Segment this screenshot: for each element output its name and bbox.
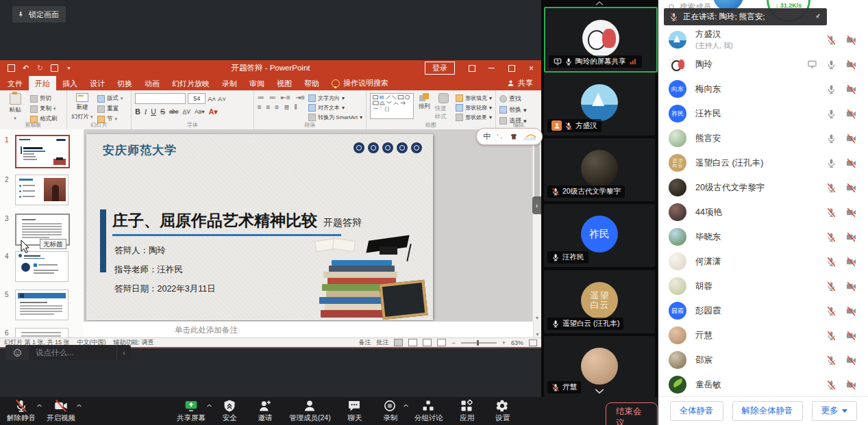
muted-mic-icon[interactable] xyxy=(826,35,836,45)
camera-off-icon[interactable] xyxy=(845,158,857,168)
close-button[interactable]: × xyxy=(521,60,541,76)
camera-off-icon[interactable] xyxy=(845,35,857,45)
replace-button[interactable]: 替换 ▾ xyxy=(499,105,527,114)
muted-mic-icon[interactable] xyxy=(826,183,836,193)
fit-slide-icon[interactable] xyxy=(529,339,537,346)
cut-button[interactable]: 剪切 xyxy=(30,94,58,103)
zoom-out-icon[interactable]: − xyxy=(451,339,455,346)
tab-设计[interactable]: 设计 xyxy=(84,76,111,90)
comments-toggle[interactable]: 批注 xyxy=(376,338,388,347)
participant-row[interactable]: 邵宸 xyxy=(658,348,868,372)
slide-scrollbar[interactable]: ▲ ▼ xyxy=(532,129,541,322)
participant-row[interactable]: 毕晓东 xyxy=(658,224,868,249)
ime-logo-icon[interactable] xyxy=(523,133,536,140)
tab-录制[interactable]: 录制 xyxy=(216,76,243,90)
participant-row[interactable]: 44项艳 xyxy=(658,200,868,224)
login-button[interactable]: 登录 xyxy=(425,62,455,75)
ime-punctuation-icon[interactable]: '， xyxy=(497,132,505,141)
ribbon-options-icon[interactable] xyxy=(462,60,482,76)
person-button[interactable]: 管理成员(24) xyxy=(289,399,331,423)
more-button[interactable]: 更多 xyxy=(812,401,857,421)
participant-row[interactable]: 祚民汪祚民 xyxy=(658,101,868,126)
unmute-all-button[interactable]: 解除全体静音 xyxy=(732,401,803,421)
participant-row[interactable]: 亓慧 xyxy=(658,323,868,348)
bullets-icon[interactable]: ≔ xyxy=(258,94,264,101)
participant-row[interactable]: 童岳敏 xyxy=(658,372,868,397)
muted-mic-icon[interactable] xyxy=(826,355,836,365)
chevron-up-icon[interactable] xyxy=(403,403,409,408)
muted-mic-icon[interactable] xyxy=(826,207,836,218)
minimize-button[interactable] xyxy=(482,60,501,76)
gear-button[interactable]: 设置 xyxy=(491,399,514,423)
tab-插入[interactable]: 插入 xyxy=(56,76,84,90)
video-tile-遥望白云 (汪孔丰)[interactable]: 遥望白云遥望白云 (汪孔丰) xyxy=(544,270,655,333)
participant-row[interactable]: 陶玲 xyxy=(658,52,868,77)
mic-icon[interactable] xyxy=(826,133,836,144)
camera-off-icon[interactable] xyxy=(845,84,857,94)
shapes-gallery[interactable]: 〜 ⌒ { } xyxy=(370,93,414,119)
video-tile-陶玲的屏幕共享[interactable]: 陶玲的屏幕共享 xyxy=(544,7,658,73)
mic-muted-button[interactable]: 解除静音 xyxy=(7,399,36,423)
slide-thumbnail-2[interactable] xyxy=(15,175,69,205)
bold-button[interactable]: B xyxy=(135,107,140,116)
chevron-up-icon[interactable] xyxy=(36,403,42,408)
clear-format-button[interactable]: abc xyxy=(169,108,179,115)
restore-button[interactable] xyxy=(501,60,521,76)
camera-off-icon[interactable] xyxy=(845,232,857,242)
layout-button[interactable]: 版式 ▾ xyxy=(97,94,123,103)
redo-icon[interactable]: ↻ xyxy=(36,64,45,73)
chat-button[interactable]: 聊天 xyxy=(343,399,367,423)
slideshow-preview-icon[interactable] xyxy=(50,64,59,73)
participant-row[interactable]: 何潇潇 xyxy=(658,249,868,274)
indent-right-icon[interactable]: ⇥≡ xyxy=(295,94,305,101)
numbering-icon[interactable]: ≕ xyxy=(269,94,276,101)
shield-button[interactable]: 安全 xyxy=(218,399,241,423)
chevron-up-icon[interactable] xyxy=(76,403,82,408)
cam-off-button[interactable]: 开启视频 xyxy=(47,399,75,423)
share-screen-button[interactable]: 共享屏幕 xyxy=(177,399,206,423)
change-case-button[interactable]: Aa▾ xyxy=(195,108,205,115)
notes-pane[interactable]: 单击此处添加备注 xyxy=(84,321,533,338)
slide-thumbnail-5[interactable] xyxy=(15,289,69,320)
camera-off-icon[interactable] xyxy=(845,355,857,365)
align-text-button[interactable]: 对齐文本 ▾ xyxy=(308,104,362,112)
mic-icon[interactable] xyxy=(826,60,836,70)
muted-mic-icon[interactable] xyxy=(826,331,836,341)
justify-icon[interactable]: ≣ xyxy=(284,104,289,111)
mute-all-button[interactable]: 全体静音 xyxy=(670,401,723,421)
ime-mode-label[interactable]: 中 xyxy=(483,131,491,142)
tab-开始[interactable]: 开始 xyxy=(29,76,56,90)
camera-off-icon[interactable] xyxy=(845,257,857,267)
shrink-font-icon[interactable]: A˅ xyxy=(218,95,226,103)
char-spacing-button[interactable]: A̲V xyxy=(183,108,190,115)
person-plus-button[interactable]: 邀请 xyxy=(253,399,277,423)
mic-icon[interactable] xyxy=(826,84,836,94)
align-center-icon[interactable]: ≡ xyxy=(266,104,271,111)
text-direction-button[interactable]: 文字方向 ▾ xyxy=(308,94,362,102)
paste-button[interactable]: 粘贴▾ xyxy=(3,93,27,121)
muted-mic-icon[interactable] xyxy=(826,380,836,390)
muted-mic-icon[interactable] xyxy=(826,306,836,316)
collapse-panel-handle[interactable]: › xyxy=(532,196,541,214)
shape-effects-button[interactable]: 形状效果 ▾ xyxy=(456,114,492,121)
undo-icon[interactable]: ↶ xyxy=(21,64,30,73)
zoom-level[interactable]: 63% xyxy=(511,339,523,346)
reading-view-icon[interactable] xyxy=(423,339,432,346)
chevron-down-icon[interactable] xyxy=(594,388,605,394)
tab-帮助[interactable]: 帮助 xyxy=(298,76,325,90)
copy-button[interactable]: 复制 ▾ xyxy=(30,105,58,113)
participant-row[interactable]: 胡蓉 xyxy=(658,274,868,298)
ime-toolbar[interactable]: 中 '， xyxy=(476,128,543,145)
video-tile-20级古代文学黎宇[interactable]: 20级古代文学黎宇 xyxy=(544,138,655,201)
zoom-slider[interactable] xyxy=(461,342,497,344)
grow-font-icon[interactable]: A˄ xyxy=(208,95,216,103)
video-tile-汪祚民[interactable]: 祚民汪祚民 xyxy=(544,204,655,267)
tab-审阅[interactable]: 审阅 xyxy=(243,76,271,90)
video-tile-亓慧[interactable]: 亓慧 xyxy=(544,336,655,397)
ppt-share-button[interactable]: 共享 xyxy=(507,76,541,90)
notes-toggle[interactable]: 备注 xyxy=(358,338,371,347)
emoji-icon[interactable] xyxy=(5,345,29,360)
font-name-box[interactable] xyxy=(135,93,186,104)
slide-sorter-icon[interactable] xyxy=(408,339,417,346)
chat-input[interactable]: 说点什么... xyxy=(29,348,116,358)
